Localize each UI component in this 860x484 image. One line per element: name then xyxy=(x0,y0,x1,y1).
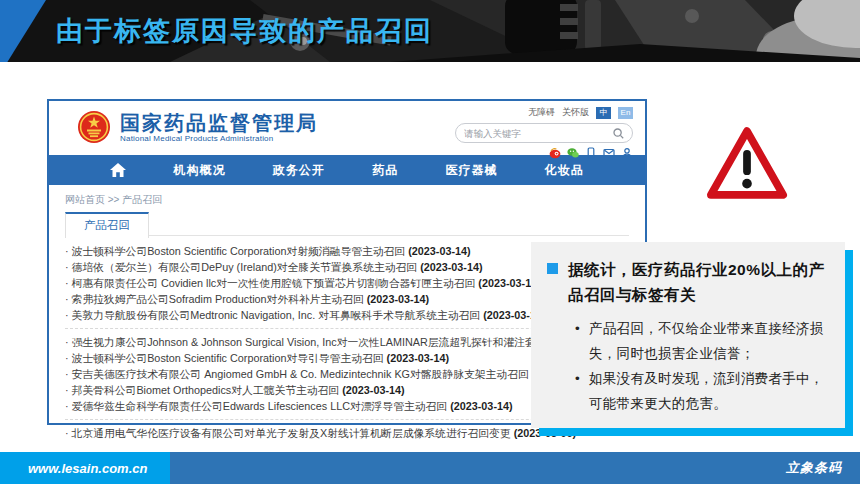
callout-bullet: 产品召回，不仅给企业带来直接经济损失，同时也损害企业信誉； xyxy=(574,316,831,366)
tab-product-recall[interactable]: 产品召回 xyxy=(65,212,149,238)
site-logo[interactable]: 国家药品监督管理局 National Medical Products Admi… xyxy=(77,110,318,144)
site-name-cn: 国家药品监督管理局 xyxy=(120,112,318,134)
lang-toggle-en[interactable]: En xyxy=(618,107,633,119)
nav-item[interactable]: 医疗器械 xyxy=(445,162,497,179)
nav-item[interactable]: 化妆品 xyxy=(545,162,584,179)
page-title: 由于标签原因导致的产品召回 xyxy=(56,13,433,49)
recall-date: (2023-03-14) xyxy=(408,245,470,257)
site-masthead: 国家药品监督管理局 National Medical Products Admi… xyxy=(49,101,645,155)
callout-title-row: 据统计，医疗药品行业20%以上的产品召回与标签有关 xyxy=(547,257,831,307)
statistics-callout: 据统计，医疗药品行业20%以上的产品召回与标签有关 产品召回，不仅给企业带来直接… xyxy=(531,242,845,428)
mobile-icon[interactable] xyxy=(585,147,597,159)
nav-item[interactable]: 机构概况 xyxy=(174,162,226,179)
callout-title: 据统计，医疗药品行业20%以上的产品召回与标签有关 xyxy=(568,257,831,307)
recall-date: (2023-03-14) xyxy=(387,352,449,364)
callout-bullet: 如果没有及时发现，流到消费者手中，可能带来更大的危害。 xyxy=(574,366,831,416)
tab-bar: 产品召回 xyxy=(65,212,629,236)
site-search-box[interactable] xyxy=(455,123,633,143)
callout-bullet-list: 产品召回，不仅给企业带来直接经济损失，同时也损害企业信誉；如果没有及时发现，流到… xyxy=(574,316,831,416)
breadcrumb[interactable]: 网站首页 >> 产品召回 xyxy=(49,185,645,212)
utility-links: 无障碍 关怀版 中 En xyxy=(455,106,633,119)
social-icon-row xyxy=(455,147,633,159)
national-emblem-icon xyxy=(77,110,111,144)
recall-date: (2023-03-06) xyxy=(514,427,576,439)
slide-header-banner: 由于标签原因导致的产品召回 xyxy=(0,0,860,62)
nav-item[interactable]: 药品 xyxy=(372,162,398,179)
lang-toggle-cn[interactable]: 中 xyxy=(596,107,611,119)
warning-triangle-icon xyxy=(704,122,790,204)
home-icon[interactable] xyxy=(110,163,126,177)
search-input[interactable] xyxy=(464,128,594,139)
weibo-icon[interactable] xyxy=(549,147,561,159)
main-nav: 机构概况政务公开药品医疗器械化妆品 xyxy=(49,155,645,185)
accessibility-link[interactable]: 无障碍 xyxy=(528,106,555,119)
slide: 由于标签原因导致的产品召回 国家药品监督管理局 National Medical… xyxy=(0,0,860,484)
user-icon[interactable] xyxy=(621,147,633,159)
footer-brand-bar: 立象条码 xyxy=(170,452,860,484)
recall-date: (2023-03-14) xyxy=(450,400,512,412)
recall-date: (2023-03-14) xyxy=(367,293,429,305)
wechat-icon[interactable] xyxy=(567,147,579,159)
site-name-en: National Medical Products Administration xyxy=(120,134,318,143)
recall-date: (2023-03-14) xyxy=(342,384,404,396)
square-bullet-icon xyxy=(547,263,558,274)
masthead-tools: 无障碍 关怀版 中 En xyxy=(455,106,633,159)
recall-date: (2023-03-14) xyxy=(420,261,482,273)
site-logo-text: 国家药品监督管理局 National Medical Products Admi… xyxy=(120,112,318,143)
search-icon[interactable] xyxy=(613,128,624,139)
nav-item[interactable]: 政务公开 xyxy=(273,162,325,179)
care-version-link[interactable]: 关怀版 xyxy=(562,106,589,119)
mail-icon[interactable] xyxy=(603,147,615,159)
footer-url: www.lesain.com.cn xyxy=(28,461,147,476)
footer-brand: 立象条码 xyxy=(786,459,842,477)
footer-url-bar: www.lesain.com.cn xyxy=(0,452,170,484)
